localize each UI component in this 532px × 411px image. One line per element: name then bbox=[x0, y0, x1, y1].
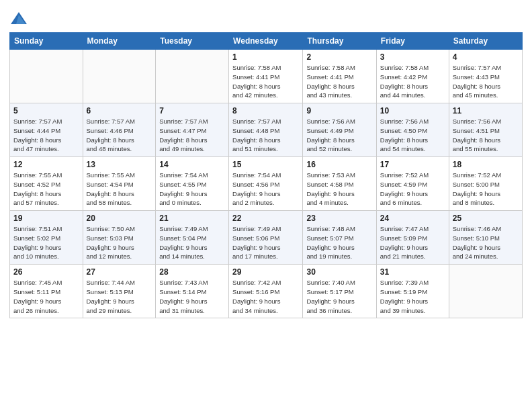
day-info: Sunrise: 7:57 AM Sunset: 4:43 PM Dayligh… bbox=[453, 63, 519, 100]
day-number: 15 bbox=[232, 160, 299, 169]
calendar-day-10: 10Sunrise: 7:56 AM Sunset: 4:50 PM Dayli… bbox=[376, 103, 449, 157]
day-number: 4 bbox=[453, 52, 519, 62]
day-number: 21 bbox=[159, 214, 225, 223]
day-info: Sunrise: 7:57 AM Sunset: 4:48 PM Dayligh… bbox=[232, 117, 299, 154]
day-info: Sunrise: 7:55 AM Sunset: 4:54 PM Dayligh… bbox=[87, 171, 152, 208]
day-number: 11 bbox=[453, 106, 519, 116]
calendar-day-25: 25Sunrise: 7:46 AM Sunset: 5:10 PM Dayli… bbox=[449, 211, 522, 265]
day-info: Sunrise: 7:44 AM Sunset: 5:13 PM Dayligh… bbox=[87, 278, 152, 315]
calendar-week-row: 12Sunrise: 7:55 AM Sunset: 4:52 PM Dayli… bbox=[10, 157, 523, 211]
col-header-friday: Friday bbox=[376, 33, 449, 50]
empty-cell bbox=[449, 265, 522, 318]
day-info: Sunrise: 7:43 AM Sunset: 5:14 PM Dayligh… bbox=[159, 278, 225, 315]
day-info: Sunrise: 7:50 AM Sunset: 5:03 PM Dayligh… bbox=[87, 224, 152, 261]
day-number: 6 bbox=[87, 106, 152, 116]
calendar-day-21: 21Sunrise: 7:49 AM Sunset: 5:04 PM Dayli… bbox=[156, 211, 229, 265]
calendar-day-2: 2Sunrise: 7:58 AM Sunset: 4:41 PM Daylig… bbox=[303, 50, 376, 103]
day-info: Sunrise: 7:45 AM Sunset: 5:11 PM Dayligh… bbox=[13, 278, 79, 315]
day-number: 31 bbox=[380, 267, 445, 277]
day-number: 20 bbox=[87, 214, 152, 223]
calendar-day-17: 17Sunrise: 7:52 AM Sunset: 4:59 PM Dayli… bbox=[376, 157, 449, 211]
calendar-day-11: 11Sunrise: 7:56 AM Sunset: 4:51 PM Dayli… bbox=[449, 103, 522, 157]
logo-icon bbox=[9, 9, 28, 28]
day-info: Sunrise: 7:58 AM Sunset: 4:41 PM Dayligh… bbox=[306, 63, 372, 100]
col-header-wednesday: Wednesday bbox=[229, 33, 303, 50]
calendar-day-20: 20Sunrise: 7:50 AM Sunset: 5:03 PM Dayli… bbox=[83, 211, 156, 265]
day-info: Sunrise: 7:55 AM Sunset: 4:52 PM Dayligh… bbox=[13, 171, 79, 208]
calendar-header-row: SundayMondayTuesdayWednesdayThursdayFrid… bbox=[10, 33, 523, 50]
day-info: Sunrise: 7:53 AM Sunset: 4:58 PM Dayligh… bbox=[306, 171, 372, 208]
day-number: 2 bbox=[306, 52, 372, 62]
day-number: 30 bbox=[306, 267, 372, 277]
day-number: 29 bbox=[232, 267, 299, 277]
calendar-week-row: 19Sunrise: 7:51 AM Sunset: 5:02 PM Dayli… bbox=[10, 211, 523, 265]
empty-cell bbox=[10, 50, 83, 103]
calendar-day-4: 4Sunrise: 7:57 AM Sunset: 4:43 PM Daylig… bbox=[449, 50, 522, 103]
calendar-day-31: 31Sunrise: 7:39 AM Sunset: 5:19 PM Dayli… bbox=[376, 265, 449, 318]
day-number: 10 bbox=[380, 106, 445, 116]
day-number: 13 bbox=[87, 160, 152, 169]
calendar-day-23: 23Sunrise: 7:48 AM Sunset: 5:07 PM Dayli… bbox=[303, 211, 376, 265]
empty-cell bbox=[83, 50, 156, 103]
day-info: Sunrise: 7:54 AM Sunset: 4:56 PM Dayligh… bbox=[232, 171, 299, 208]
day-info: Sunrise: 7:39 AM Sunset: 5:19 PM Dayligh… bbox=[380, 278, 445, 315]
day-info: Sunrise: 7:42 AM Sunset: 5:16 PM Dayligh… bbox=[232, 278, 299, 315]
calendar-day-19: 19Sunrise: 7:51 AM Sunset: 5:02 PM Dayli… bbox=[10, 211, 83, 265]
calendar-day-13: 13Sunrise: 7:55 AM Sunset: 4:54 PM Dayli… bbox=[83, 157, 156, 211]
calendar-day-26: 26Sunrise: 7:45 AM Sunset: 5:11 PM Dayli… bbox=[10, 265, 83, 318]
calendar-day-30: 30Sunrise: 7:40 AM Sunset: 5:17 PM Dayli… bbox=[303, 265, 376, 318]
day-info: Sunrise: 7:52 AM Sunset: 5:00 PM Dayligh… bbox=[453, 171, 519, 208]
day-number: 9 bbox=[306, 106, 372, 116]
day-info: Sunrise: 7:49 AM Sunset: 5:04 PM Dayligh… bbox=[159, 224, 225, 261]
calendar-day-9: 9Sunrise: 7:56 AM Sunset: 4:49 PM Daylig… bbox=[303, 103, 376, 157]
day-info: Sunrise: 7:58 AM Sunset: 4:41 PM Dayligh… bbox=[232, 63, 299, 100]
calendar-day-8: 8Sunrise: 7:57 AM Sunset: 4:48 PM Daylig… bbox=[229, 103, 303, 157]
col-header-monday: Monday bbox=[83, 33, 156, 50]
empty-cell bbox=[156, 50, 229, 103]
day-number: 5 bbox=[13, 106, 79, 116]
calendar-table: SundayMondayTuesdayWednesdayThursdayFrid… bbox=[9, 32, 523, 318]
day-number: 17 bbox=[380, 160, 445, 169]
day-number: 16 bbox=[306, 160, 372, 169]
day-number: 23 bbox=[306, 214, 372, 223]
day-number: 19 bbox=[13, 214, 79, 223]
day-info: Sunrise: 7:48 AM Sunset: 5:07 PM Dayligh… bbox=[306, 224, 372, 261]
day-info: Sunrise: 7:51 AM Sunset: 5:02 PM Dayligh… bbox=[13, 224, 79, 261]
calendar-day-14: 14Sunrise: 7:54 AM Sunset: 4:55 PM Dayli… bbox=[156, 157, 229, 211]
day-info: Sunrise: 7:47 AM Sunset: 5:09 PM Dayligh… bbox=[380, 224, 445, 261]
day-info: Sunrise: 7:54 AM Sunset: 4:55 PM Dayligh… bbox=[159, 171, 225, 208]
header bbox=[9, 7, 523, 28]
calendar-day-24: 24Sunrise: 7:47 AM Sunset: 5:09 PM Dayli… bbox=[376, 211, 449, 265]
calendar-day-27: 27Sunrise: 7:44 AM Sunset: 5:13 PM Dayli… bbox=[83, 265, 156, 318]
day-number: 27 bbox=[87, 267, 152, 277]
col-header-saturday: Saturday bbox=[449, 33, 522, 50]
day-info: Sunrise: 7:57 AM Sunset: 4:44 PM Dayligh… bbox=[13, 117, 79, 154]
day-number: 28 bbox=[159, 267, 225, 277]
day-number: 14 bbox=[159, 160, 225, 169]
day-number: 3 bbox=[380, 52, 445, 62]
calendar-day-7: 7Sunrise: 7:57 AM Sunset: 4:47 PM Daylig… bbox=[156, 103, 229, 157]
day-number: 24 bbox=[380, 214, 445, 223]
calendar-day-5: 5Sunrise: 7:57 AM Sunset: 4:44 PM Daylig… bbox=[10, 103, 83, 157]
calendar-day-29: 29Sunrise: 7:42 AM Sunset: 5:16 PM Dayli… bbox=[229, 265, 303, 318]
calendar-week-row: 26Sunrise: 7:45 AM Sunset: 5:11 PM Dayli… bbox=[10, 265, 523, 318]
calendar-week-row: 5Sunrise: 7:57 AM Sunset: 4:44 PM Daylig… bbox=[10, 103, 523, 157]
day-info: Sunrise: 7:56 AM Sunset: 4:50 PM Dayligh… bbox=[380, 117, 445, 154]
calendar-day-18: 18Sunrise: 7:52 AM Sunset: 5:00 PM Dayli… bbox=[449, 157, 522, 211]
day-number: 7 bbox=[159, 106, 225, 116]
calendar-day-6: 6Sunrise: 7:57 AM Sunset: 4:46 PM Daylig… bbox=[83, 103, 156, 157]
calendar-day-15: 15Sunrise: 7:54 AM Sunset: 4:56 PM Dayli… bbox=[229, 157, 303, 211]
day-info: Sunrise: 7:57 AM Sunset: 4:46 PM Dayligh… bbox=[87, 117, 152, 154]
col-header-thursday: Thursday bbox=[303, 33, 376, 50]
calendar-day-3: 3Sunrise: 7:58 AM Sunset: 4:42 PM Daylig… bbox=[376, 50, 449, 103]
day-info: Sunrise: 7:46 AM Sunset: 5:10 PM Dayligh… bbox=[453, 224, 519, 261]
day-number: 12 bbox=[13, 160, 79, 169]
day-info: Sunrise: 7:49 AM Sunset: 5:06 PM Dayligh… bbox=[232, 224, 299, 261]
day-number: 26 bbox=[13, 267, 79, 277]
day-number: 8 bbox=[232, 106, 299, 116]
calendar-day-22: 22Sunrise: 7:49 AM Sunset: 5:06 PM Dayli… bbox=[229, 211, 303, 265]
day-info: Sunrise: 7:56 AM Sunset: 4:49 PM Dayligh… bbox=[306, 117, 372, 154]
day-info: Sunrise: 7:56 AM Sunset: 4:51 PM Dayligh… bbox=[453, 117, 519, 154]
day-info: Sunrise: 7:58 AM Sunset: 4:42 PM Dayligh… bbox=[380, 63, 445, 100]
day-number: 25 bbox=[453, 214, 519, 223]
